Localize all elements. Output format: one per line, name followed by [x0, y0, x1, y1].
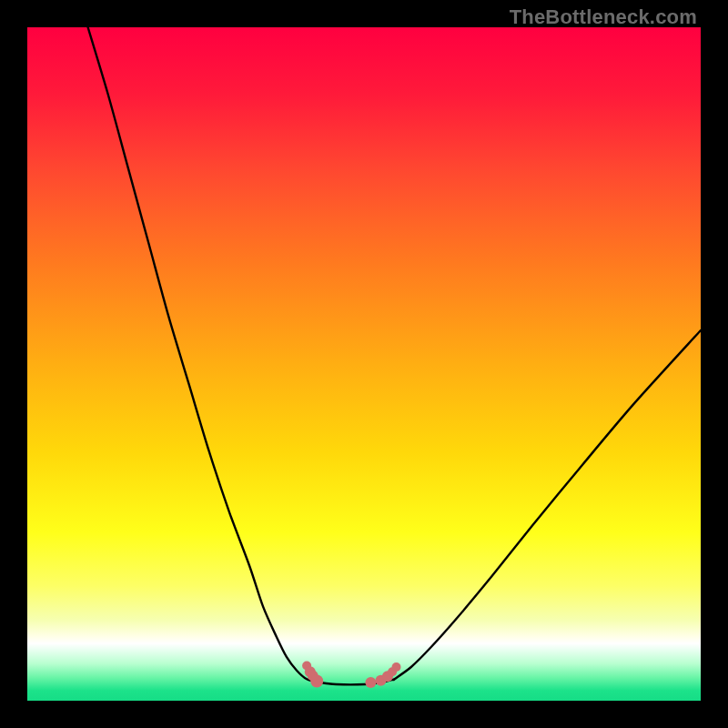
- marker-dot: [392, 662, 401, 672]
- curve-layer: [27, 27, 701, 701]
- chart-frame: TheBottleneck.com: [0, 0, 728, 728]
- plot-area: [27, 27, 701, 701]
- marker-dot: [365, 677, 376, 688]
- bottleneck-curve: [88, 27, 701, 684]
- watermark-text: TheBottleneck.com: [510, 5, 697, 29]
- marker-dot: [310, 675, 323, 688]
